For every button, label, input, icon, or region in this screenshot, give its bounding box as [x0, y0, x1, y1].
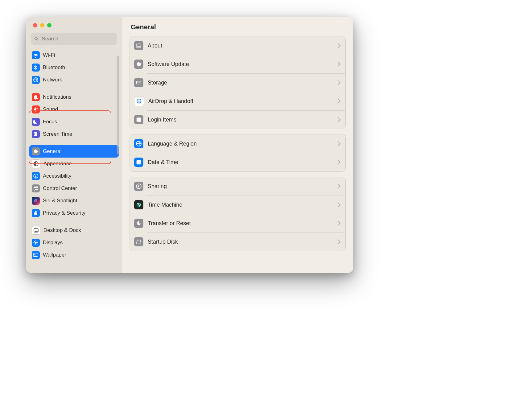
undo-icon	[134, 219, 143, 228]
sidebar-item-label: Displays	[43, 240, 63, 246]
sidebar-item-label: Siri & Spotlight	[43, 198, 77, 204]
row-login-items[interactable]: Login Items	[130, 110, 345, 129]
sidebar-item-wifi[interactable]: Wi-Fi	[29, 49, 119, 61]
page-title: General	[131, 23, 344, 31]
row-software-update[interactable]: Software Update	[130, 55, 345, 73]
sidebar-item-siri-spotlight[interactable]: Siri & Spotlight	[29, 195, 119, 207]
settings-group: Language & RegionDate & Time	[130, 134, 346, 172]
sidebar-item-label: Wi-Fi	[43, 52, 55, 58]
chevron-right-icon	[335, 117, 341, 122]
chevron-right-icon	[335, 160, 341, 165]
sidebar-item-general[interactable]: General	[29, 145, 119, 158]
sidebar-item-focus[interactable]: Focus	[29, 116, 119, 128]
chevron-right-icon	[335, 202, 341, 208]
sidebar-item-network[interactable]: Network	[29, 74, 119, 86]
sidebar-item-label: Appearance	[43, 161, 72, 167]
sidebar-item-wallpaper[interactable]: Wallpaper	[29, 249, 119, 261]
chevron-right-icon	[335, 43, 341, 48]
sidebar-item-label: Sound	[43, 106, 58, 113]
row-about[interactable]: About	[130, 36, 345, 55]
list-icon	[134, 115, 143, 124]
bluetooth-icon	[32, 64, 40, 72]
hand-icon	[32, 209, 40, 217]
row-label: Sharing	[148, 183, 332, 190]
row-label: About	[148, 43, 332, 49]
switches-icon	[32, 184, 40, 192]
chevron-right-icon	[335, 239, 341, 245]
row-airdrop-handoff[interactable]: AirDrop & Handoff	[130, 92, 345, 110]
bell-icon	[32, 93, 40, 101]
row-time-machine[interactable]: Time Machine	[130, 196, 345, 214]
settings-group: AboutSoftware UpdateStorageAirDrop & Han…	[130, 36, 346, 129]
zoom-window-button[interactable]	[47, 23, 51, 27]
wifi-icon	[32, 51, 40, 59]
main-header: General	[122, 17, 353, 34]
sidebar-item-sound[interactable]: Sound	[29, 103, 119, 116]
sidebar-item-label: Bluetooth	[43, 64, 65, 71]
chevron-right-icon	[335, 184, 341, 189]
chevron-right-icon	[335, 62, 341, 67]
row-storage[interactable]: Storage	[130, 73, 345, 92]
main-panel: General AboutSoftware UpdateStorageAirDr…	[122, 17, 353, 273]
sidebar-item-label: Focus	[43, 119, 57, 125]
close-window-button[interactable]	[33, 23, 37, 27]
sidebar-item-accessibility[interactable]: Accessibility	[29, 170, 119, 182]
accessibility-icon	[32, 172, 40, 180]
row-label: Storage	[148, 80, 332, 86]
sidebar-item-label: Privacy & Security	[43, 210, 85, 216]
row-label: Time Machine	[148, 202, 332, 208]
sidebar-item-appearance[interactable]: Appearance	[29, 158, 119, 170]
person-walk-icon	[134, 182, 143, 191]
row-label: Language & Region	[148, 141, 332, 147]
row-date-time[interactable]: Date & Time	[130, 153, 345, 171]
sidebar-item-privacy-security[interactable]: Privacy & Security	[29, 207, 119, 219]
sidebar: Wi-FiBluetoothNetworkNotificationsSoundF…	[26, 17, 122, 273]
sidebar-item-label: Network	[43, 77, 62, 83]
dock-icon	[32, 226, 40, 235]
sidebar-item-label: Notifications	[43, 94, 72, 100]
search-input[interactable]	[41, 35, 114, 42]
chevron-right-icon	[335, 80, 341, 85]
settings-window: Wi-FiBluetoothNetworkNotificationsSoundF…	[26, 17, 353, 273]
search-field[interactable]	[31, 33, 117, 45]
row-label: Software Update	[148, 61, 332, 68]
sidebar-item-screen-time[interactable]: Screen Time	[29, 128, 119, 140]
search-icon	[34, 36, 39, 41]
globe-icon	[32, 76, 40, 84]
appearance-icon	[32, 159, 40, 168]
sidebar-item-bluetooth[interactable]: Bluetooth	[29, 61, 119, 74]
minimize-window-button[interactable]	[40, 23, 44, 27]
sidebar-item-label: Screen Time	[43, 131, 72, 137]
airdrop-icon	[134, 96, 144, 106]
hourglass-icon	[32, 130, 40, 138]
siri-icon	[32, 197, 40, 205]
chevron-right-icon	[335, 141, 341, 146]
sidebar-item-notifications[interactable]: Notifications	[29, 91, 119, 103]
window-controls	[26, 17, 122, 27]
chevron-right-icon	[335, 99, 341, 104]
row-language-region[interactable]: Language & Region	[130, 134, 345, 153]
row-label: Startup Disk	[148, 239, 332, 245]
chevron-right-icon	[335, 221, 341, 226]
row-startup-disk[interactable]: Startup Disk	[130, 233, 345, 251]
settings-group: SharingTime MachineTransfer or ResetStar…	[130, 177, 346, 251]
globe-icon	[134, 139, 143, 148]
row-transfer-reset[interactable]: Transfer or Reset	[130, 214, 345, 233]
sidebar-item-displays[interactable]: Displays	[29, 237, 119, 249]
sidebar-item-control-center[interactable]: Control Center	[29, 182, 119, 195]
row-label: Login Items	[148, 117, 332, 123]
sidebar-item-label: Accessibility	[43, 173, 72, 179]
laptop-icon	[134, 41, 143, 50]
speaker-icon	[32, 105, 40, 113]
sidebar-item-desktop-dock[interactable]: Desktop & Dock	[29, 224, 119, 237]
sidebar-fade	[26, 261, 122, 273]
sidebar-scrollbar[interactable]	[117, 56, 119, 154]
row-sharing[interactable]: Sharing	[130, 177, 345, 196]
row-label: AirDrop & Handoff	[148, 98, 332, 105]
brightness-icon	[32, 239, 40, 247]
sidebar-item-label: General	[43, 148, 61, 154]
moon-icon	[32, 118, 40, 126]
sidebar-item-label: Desktop & Dock	[43, 227, 81, 233]
sidebar-item-label: Control Center	[43, 185, 77, 191]
drive-icon	[134, 237, 143, 246]
